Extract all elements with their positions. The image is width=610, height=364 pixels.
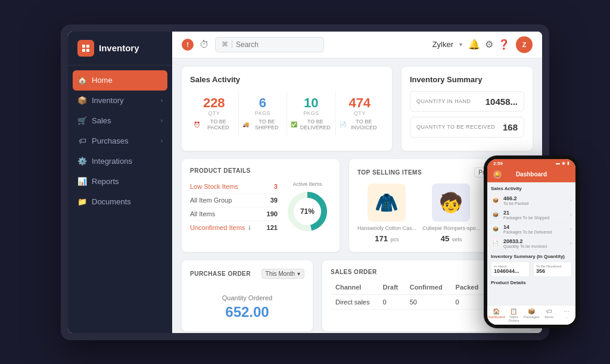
sidebar: Inventory 🏠 Home 📦 Inventory › 🛒 Sales › <box>68 32 172 333</box>
sidebar-item-home-label: Home <box>92 76 113 85</box>
documents-icon: 📁 <box>77 197 87 207</box>
phone-notif: 🔔 <box>493 170 502 179</box>
phone-metric-2[interactable]: 📦 14 Packages To be Delivered › <box>491 222 572 237</box>
purchase-order-card: PURCHASE ORDER This Month ▾ Quantity Ord… <box>182 260 313 331</box>
product-row-lowstock[interactable]: Low Stock Items 3 <box>190 180 278 194</box>
inv-row-hand: QUANTITY IN HAND 10458... <box>410 91 524 112</box>
sidebar-logo: Inventory <box>68 32 172 66</box>
phone-metric-0[interactable]: 📦 466.2 To be Packed › <box>491 194 572 208</box>
donut-chart-container: Active Items 71% <box>284 180 331 234</box>
phone-metric-2-left: 📦 14 Packages To be Delivered <box>491 224 552 234</box>
top-selling-title: TOP SELLING ITEMS <box>357 169 422 176</box>
chevron-right-icon: › <box>570 226 572 232</box>
sidebar-item-home[interactable]: 🏠 Home <box>73 70 167 91</box>
chevron-right-icon: › <box>161 97 163 104</box>
alert-badge[interactable]: ! <box>182 39 194 51</box>
metric-packed[interactable]: 228 Qty ⏰ TO BE PACKED <box>190 91 239 135</box>
topbar-icons: 🔔 ⚙ ❓ <box>468 39 510 50</box>
metric-delivered-label: Pkgs <box>291 110 332 116</box>
phone-time: 2:59 <box>493 161 503 166</box>
dashboard-row-1: Sales Activity 228 Qty ⏰ TO BE PACKED <box>182 67 533 151</box>
search-input[interactable] <box>236 41 318 49</box>
phone-header-title: Dashboard <box>516 171 547 178</box>
so-row-channel: Direct sales <box>331 294 378 309</box>
phone-nav-dashboard[interactable]: 🏠 Dashboard <box>487 308 505 322</box>
top-item-1-qty: 45 sets <box>422 233 480 244</box>
top-item-1[interactable]: 🧒 Cutiepie Rompers-spo... 45 sets <box>422 183 480 244</box>
inv-row-recv: QUANTITY TO BE RECEIVED 168 <box>410 117 524 138</box>
product-details-title: PRODUCT DETAILS <box>190 167 251 174</box>
phone-nav-dashboard-icon: 🏠 <box>487 308 505 315</box>
inventory-summary-title: Inventory Summary <box>410 75 524 84</box>
chevron-right-icon: › <box>161 117 163 124</box>
phone-inv-section: Inventory Summary (In Quantity) In Hand … <box>491 254 572 277</box>
svg-rect-1 <box>86 45 89 48</box>
low-stock-value: 3 <box>274 183 278 190</box>
phone-nav-packages-icon: 📦 <box>522 308 540 315</box>
sidebar-item-reports[interactable]: 📊 Reports <box>68 172 172 192</box>
sidebar-item-sales[interactable]: 🛒 Sales › <box>68 111 172 131</box>
avatar[interactable]: Z <box>516 36 533 53</box>
unconfirmed-value: 121 <box>267 224 278 231</box>
so-col-packed: Packed <box>451 280 486 295</box>
phone-metric-1-lbl: Packages To be Shipped <box>503 216 549 220</box>
phone-metric-2-lbl: Packages To be Delivered <box>503 230 552 234</box>
metric-shipped-value: 6 <box>242 96 284 110</box>
top-item-0-image: 🧥 <box>368 183 406 222</box>
inv-hand-label: QUANTITY IN HAND <box>416 98 471 104</box>
phone-nav-items[interactable]: 🏷 Items <box>540 308 558 322</box>
sidebar-item-documents[interactable]: 📁 Documents <box>68 192 172 212</box>
phone-metric-1[interactable]: 📦 21 Packages To be Shipped › <box>491 208 572 222</box>
phone-bottom-nav: 🏠 Dashboard 📋 Sales Orders 📦 Packages 🏷 … <box>487 305 575 325</box>
integrations-icon: ⚙️ <box>77 157 87 166</box>
search-bar[interactable]: ⌘ <box>215 37 324 52</box>
top-item-1-image: 🧒 <box>432 183 470 222</box>
top-item-0[interactable]: 🧥 Hanswooly Cotton Cas... 171 pcs <box>357 183 416 244</box>
phone-nav-packages[interactable]: 📦 Packages <box>522 308 540 322</box>
metric-invoiced[interactable]: 474 Qty 📄 TO BE INVOICED <box>336 91 384 135</box>
phone-metric-1-val: 21 <box>503 210 549 216</box>
metric-shipped[interactable]: 6 Pkgs 🚚 TO BE SHIPPED <box>239 91 288 135</box>
phone-metric-3[interactable]: 📄 20833.2 Quantity To be Invoiced › <box>491 237 572 251</box>
sidebar-item-documents-label: Documents <box>92 197 131 206</box>
product-details-header: PRODUCT DETAILS <box>190 167 331 174</box>
phone-screen: 2:59 ▬ ◉ ▮ 🔔 Dashboard Sales Activity <box>487 159 575 325</box>
sidebar-item-integrations[interactable]: ⚙️ Integrations <box>68 151 172 172</box>
chevron-right-icon: › <box>570 241 572 246</box>
username-label[interactable]: Zylker <box>432 40 453 49</box>
phone-nav-more[interactable]: ⋯ ... <box>558 308 575 322</box>
dashboard-row-2: PRODUCT DETAILS Low Stock Items 3 All It… <box>182 159 533 252</box>
laptop-screen: Inventory 🏠 Home 📦 Inventory › 🛒 Sales › <box>68 32 542 333</box>
so-col-confirmed: Confirmed <box>405 280 451 295</box>
po-qty-value: 652.00 <box>190 304 304 321</box>
po-filter[interactable]: This Month ▾ <box>262 269 304 279</box>
product-row-unconfirmed[interactable]: Unconfirmed Items ℹ 121 <box>190 221 278 234</box>
metric-shipped-desc: 🚚 TO BE SHIPPED <box>242 119 284 130</box>
sidebar-app-title: Inventory <box>99 43 139 53</box>
phone-nav-sales[interactable]: 📋 Sales Orders <box>505 308 523 322</box>
top-item-0-name: Hanswooly Cotton Cas... <box>357 225 416 231</box>
phone-inv-row: In Hand 1046044... To Be Received 356 <box>491 262 572 277</box>
phone-body: Sales Activity 📦 466.2 To be Packed › 📦 <box>487 182 575 305</box>
user-dropdown-icon[interactable]: ▾ <box>459 41 462 48</box>
po-header: PURCHASE ORDER This Month ▾ <box>190 269 304 279</box>
phone-nav-sales-icon: 📋 <box>505 308 523 315</box>
help-icon[interactable]: ❓ <box>498 39 510 50</box>
sidebar-item-inventory[interactable]: 📦 Inventory › <box>68 91 172 111</box>
history-icon[interactable]: ⏱ <box>200 39 209 50</box>
bell-icon[interactable]: 🔔 <box>468 39 480 50</box>
chevron-right-icon: › <box>161 138 163 144</box>
gear-icon[interactable]: ⚙ <box>485 39 493 50</box>
sales-icon: 🛒 <box>77 116 87 126</box>
search-prefix: ⌘ <box>222 41 232 48</box>
product-table: Low Stock Items 3 All Item Group 39 All … <box>190 180 278 234</box>
phone-nav-more-icon: ⋯ <box>558 308 575 315</box>
metric-delivered[interactable]: 10 Pkgs ✅ TO BE DELIVERED <box>287 91 336 135</box>
so-col-channel: Channel <box>331 280 378 295</box>
phone-inv-recv-val: 356 <box>536 268 569 274</box>
po-dropdown-icon: ▾ <box>297 270 300 277</box>
sidebar-item-purchases[interactable]: 🏷 Purchases › <box>68 131 172 151</box>
unconfirmed-label: Unconfirmed Items ℹ <box>190 224 251 231</box>
sidebar-item-sales-label: Sales <box>92 116 111 125</box>
sidebar-item-purchases-label: Purchases <box>92 136 128 145</box>
